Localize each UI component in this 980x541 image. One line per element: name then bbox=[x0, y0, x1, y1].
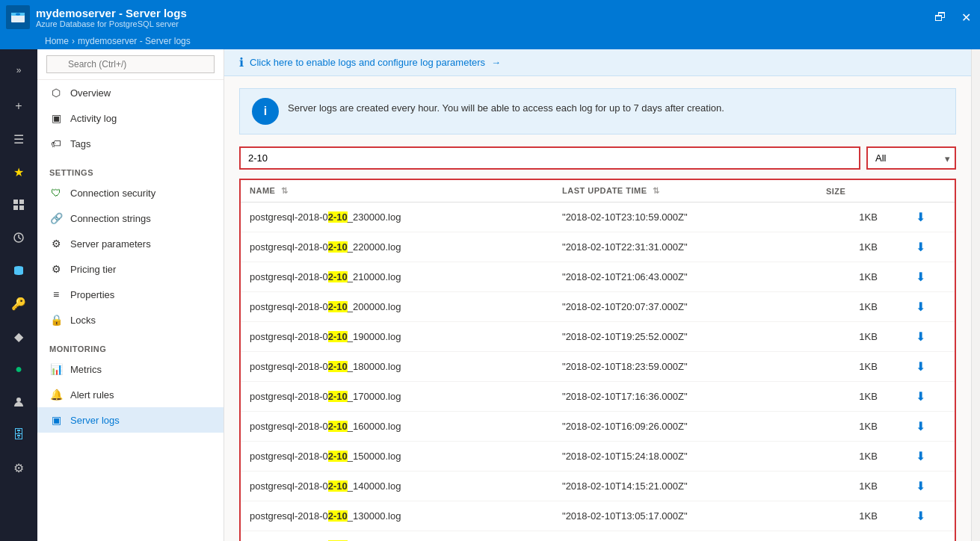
sidebar-item-label: Metrics bbox=[70, 364, 102, 375]
table-body: postgresql-2018-02-10_230000.log"2018-02… bbox=[240, 203, 955, 542]
download-button[interactable]: ⬇ bbox=[911, 448, 930, 465]
diamond-icon[interactable]: ◆ bbox=[4, 321, 34, 351]
clock-icon[interactable] bbox=[4, 223, 34, 253]
metrics-icon: 📊 bbox=[49, 363, 63, 375]
sidebar-item-overview[interactable]: ⬡ Overview bbox=[37, 80, 224, 105]
log-name-cell: postgresql-2018-02-10_200000.log bbox=[240, 292, 553, 322]
log-time-cell: "2018-02-10T21:06:43.000Z" bbox=[553, 262, 817, 292]
info-banner-icon: ℹ bbox=[239, 55, 244, 69]
download-button[interactable]: ⬇ bbox=[911, 268, 930, 285]
highlight-match: 2-10 bbox=[328, 361, 348, 372]
plus-icon[interactable]: + bbox=[4, 91, 34, 121]
sidebar-item-locks[interactable]: 🔒 Locks bbox=[37, 307, 224, 333]
db2-icon[interactable]: 🗄 bbox=[4, 420, 34, 450]
download-button[interactable]: ⬇ bbox=[911, 208, 930, 226]
locks-icon: 🔒 bbox=[49, 314, 63, 326]
sort-icon-time[interactable]: ⇅ bbox=[653, 186, 660, 195]
highlight-match: 2-10 bbox=[328, 451, 348, 462]
app-icon bbox=[6, 5, 30, 29]
search-input[interactable] bbox=[46, 55, 215, 73]
log-name-cell: postgresql-2018-02-10_230000.log bbox=[240, 203, 553, 232]
sidebar-item-connection-strings[interactable]: 🔗 Connection strings bbox=[37, 205, 224, 231]
download-button[interactable]: ⬇ bbox=[911, 238, 930, 256]
breadcrumb-current: mydemoserver - Server logs bbox=[78, 36, 191, 46]
highlight-match: 2-10 bbox=[328, 331, 348, 342]
filter-input[interactable] bbox=[239, 146, 860, 170]
log-size-cell: 1KB bbox=[817, 531, 887, 542]
log-table: NAME ⇅ LAST UPDATE TIME ⇅ SIZE bbox=[239, 179, 956, 541]
sidebar-item-server-parameters[interactable]: ⚙ Server parameters bbox=[37, 231, 224, 256]
highlight-match: 2-10 bbox=[328, 211, 348, 223]
main-content: ℹ Click here to enable logs and configur… bbox=[224, 49, 971, 541]
key-icon[interactable]: 🔑 bbox=[4, 288, 34, 318]
table-row: postgresql-2018-02-10_200000.log"2018-02… bbox=[240, 292, 955, 322]
table-header-download bbox=[887, 179, 955, 203]
circle-dot-icon[interactable]: ● bbox=[4, 354, 34, 384]
download-button[interactable]: ⬇ bbox=[911, 388, 930, 405]
highlight-match: 2-10 bbox=[328, 421, 348, 432]
download-button[interactable]: ⬇ bbox=[911, 477, 930, 495]
log-download-cell: ⬇ bbox=[887, 382, 955, 412]
star-icon[interactable]: ★ bbox=[4, 157, 34, 187]
sidebar-item-tags[interactable]: 🏷 Tags bbox=[37, 131, 224, 156]
gear2-icon[interactable]: ⚙ bbox=[4, 453, 34, 483]
table-header-size: SIZE bbox=[817, 179, 887, 203]
svg-rect-6 bbox=[19, 205, 24, 210]
server-logs-icon: ▣ bbox=[49, 414, 63, 426]
log-time-cell: "2018-02-10T16:09:26.000Z" bbox=[553, 412, 817, 442]
server-parameters-icon: ⚙ bbox=[49, 238, 63, 250]
log-time-cell: "2018-02-10T14:15:21.000Z" bbox=[553, 472, 817, 501]
log-name-cell: postgresql-2018-02-10_220000.log bbox=[240, 232, 553, 262]
log-download-cell: ⬇ bbox=[887, 292, 955, 322]
hamburger-icon[interactable]: ☰ bbox=[4, 124, 34, 154]
sidebar-item-label: Overview bbox=[70, 87, 111, 99]
log-name-cell: postgresql-2018-02-10_120000.log bbox=[240, 531, 553, 542]
grid-icon[interactable] bbox=[4, 190, 34, 220]
svg-rect-4 bbox=[19, 200, 24, 204]
sidebar-item-properties[interactable]: ≡ Properties bbox=[37, 282, 224, 307]
download-button[interactable]: ⬇ bbox=[911, 537, 930, 541]
restore-button[interactable]: 🗗 bbox=[931, 7, 949, 27]
highlight-match: 2-10 bbox=[328, 510, 348, 522]
svg-rect-3 bbox=[13, 200, 18, 204]
sidebar-item-connection-security[interactable]: 🛡 Connection security bbox=[37, 180, 224, 205]
server-subtitle: Azure Database for PostgreSQL server bbox=[36, 19, 187, 28]
sidebar-item-server-logs[interactable]: ▣ Server logs bbox=[37, 407, 224, 433]
sidebar-item-pricing-tier[interactable]: ⚙ Pricing tier bbox=[37, 256, 224, 282]
table-row: postgresql-2018-02-10_170000.log"2018-02… bbox=[240, 382, 955, 412]
breadcrumb-home[interactable]: Home bbox=[45, 36, 69, 46]
info-banner[interactable]: ℹ Click here to enable logs and configur… bbox=[224, 49, 971, 76]
download-button[interactable]: ⬇ bbox=[911, 358, 930, 375]
filter-row: All Last hour Last day Last week ▾ bbox=[239, 146, 956, 170]
sidebar-item-label: Properties bbox=[70, 289, 114, 300]
svg-line-9 bbox=[19, 238, 21, 239]
info-box: i Server logs are created every hour. Yo… bbox=[239, 88, 956, 135]
sidebar-item-metrics[interactable]: 📊 Metrics bbox=[37, 356, 224, 382]
sidebar-item-label: Pricing tier bbox=[70, 264, 116, 275]
log-download-cell: ⬇ bbox=[887, 412, 955, 442]
database-icon[interactable] bbox=[4, 256, 34, 285]
server-title: mydemoserver - Server logs bbox=[36, 7, 187, 19]
person-icon[interactable] bbox=[4, 387, 34, 417]
log-size-cell: 1KB bbox=[817, 292, 887, 322]
download-button[interactable]: ⬇ bbox=[911, 418, 930, 435]
log-size-cell: 1KB bbox=[817, 232, 887, 262]
log-download-cell: ⬇ bbox=[887, 472, 955, 501]
connection-security-icon: 🛡 bbox=[49, 187, 63, 199]
scrollbar[interactable] bbox=[971, 49, 980, 541]
alert-rules-icon: 🔔 bbox=[49, 389, 63, 401]
download-button[interactable]: ⬇ bbox=[911, 298, 930, 315]
sort-icon-name[interactable]: ⇅ bbox=[281, 186, 289, 195]
svg-rect-5 bbox=[13, 205, 18, 210]
sidebar-item-alert-rules[interactable]: 🔔 Alert rules bbox=[37, 382, 224, 407]
download-button[interactable]: ⬇ bbox=[911, 328, 930, 345]
log-size-cell: 1KB bbox=[817, 262, 887, 292]
sidebar-item-activity-log[interactable]: ▣ Activity log bbox=[37, 105, 224, 131]
log-download-cell: ⬇ bbox=[887, 352, 955, 382]
sidebar-expand-button[interactable]: » bbox=[4, 55, 34, 85]
download-button[interactable]: ⬇ bbox=[911, 507, 930, 525]
topbar-title: mydemoserver - Server logs Azure Databas… bbox=[36, 7, 187, 28]
close-button[interactable]: ✕ bbox=[958, 7, 974, 28]
filter-select[interactable]: All Last hour Last day Last week bbox=[866, 146, 956, 170]
settings-section-title: SETTINGS bbox=[37, 156, 224, 180]
